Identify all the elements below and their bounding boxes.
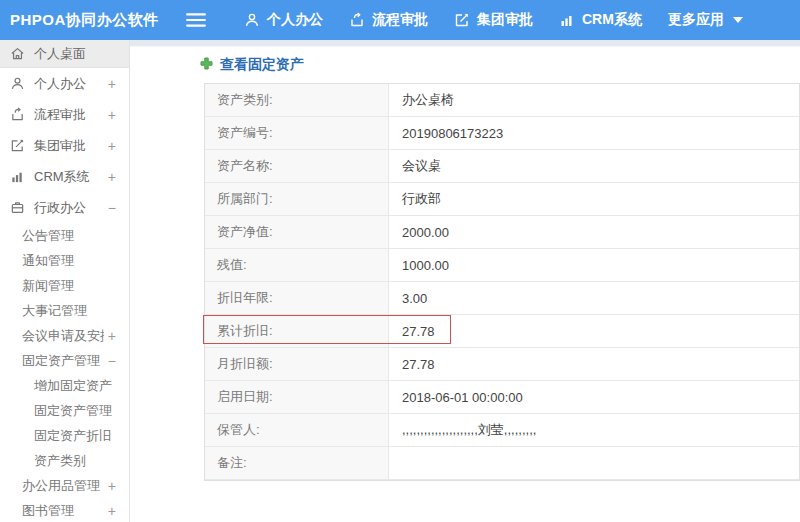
expand-toggle: + bbox=[108, 478, 116, 494]
page-title-row: 查看固定资产 bbox=[200, 55, 800, 75]
person-icon bbox=[10, 76, 25, 91]
nav-personal-office[interactable]: 个人办公 bbox=[244, 11, 323, 29]
field-value: 2000.00 bbox=[389, 216, 799, 248]
asset-code-row: 资产编号: 20190806173223 bbox=[205, 117, 799, 150]
nav-crm-system[interactable]: CRM系统 bbox=[559, 11, 642, 29]
sidebar-item-announcement-mgmt[interactable]: 公告管理 bbox=[0, 223, 129, 248]
field-label: 启用日期: bbox=[205, 381, 389, 413]
sidebar-item-asset-category[interactable]: 资产类别 bbox=[0, 448, 129, 473]
field-label: 资产净值: bbox=[205, 216, 389, 248]
collapse-toggle: − bbox=[108, 200, 116, 216]
page-title: 查看固定资产 bbox=[220, 56, 304, 74]
sidebar-item-office-supplies-mgmt[interactable]: 办公用品管理 + bbox=[0, 473, 129, 498]
main-content: 查看固定资产 资产类别: 办公桌椅 资产编号: 20190806173223 资… bbox=[130, 40, 800, 522]
sidebar-item-fixed-asset-mgmt-group[interactable]: 固定资产管理 − bbox=[0, 348, 129, 373]
green-plus-icon bbox=[200, 56, 213, 74]
sidebar-item-book-mgmt[interactable]: 图书管理 + bbox=[0, 498, 129, 522]
department-row: 所属部门: 行政部 bbox=[205, 183, 799, 216]
top-header: PHPOA协同办公软件 个人办公 流程审批 集团审批 CRM系统 bbox=[0, 0, 800, 40]
briefcase-icon bbox=[10, 200, 25, 215]
sidebar-item-personal-desktop[interactable]: 个人桌面 bbox=[0, 40, 129, 68]
workflow-icon bbox=[349, 12, 365, 28]
sidebar-item-notice-mgmt[interactable]: 通知管理 bbox=[0, 248, 129, 273]
field-label: 残值: bbox=[205, 249, 389, 281]
sidebar-item-workflow-approval[interactable]: 流程审批 + bbox=[0, 99, 129, 130]
sidebar-item-add-fixed-asset[interactable]: 增加固定资产 bbox=[0, 373, 129, 398]
sidebar-item-fixed-asset-mgmt[interactable]: 固定资产管理 bbox=[0, 398, 129, 423]
field-value: 3.00 bbox=[389, 282, 799, 314]
field-value: 1000.00 bbox=[389, 249, 799, 281]
sidebar-item-group-approval[interactable]: 集团审批 + bbox=[0, 130, 129, 161]
field-value: 办公桌椅 bbox=[389, 84, 799, 116]
accumulated-depreciation-row: 累计折旧: 27.78 bbox=[205, 315, 799, 348]
nav-more-apps[interactable]: 更多应用 bbox=[668, 11, 743, 29]
residual-value-row: 残值: 1000.00 bbox=[205, 249, 799, 282]
field-label: 累计折旧: bbox=[205, 315, 389, 347]
remark-row: 备注: bbox=[205, 447, 799, 480]
field-label: 折旧年限: bbox=[205, 282, 389, 314]
app-logo: PHPOA协同办公软件 bbox=[0, 11, 178, 30]
bar-chart-icon bbox=[559, 12, 575, 28]
chevron-down-icon bbox=[733, 17, 743, 23]
expand-toggle: + bbox=[108, 328, 116, 344]
workflow-icon bbox=[10, 107, 25, 122]
nav-group-approval[interactable]: 集团审批 bbox=[454, 11, 533, 29]
asset-category-row: 资产类别: 办公桌椅 bbox=[205, 84, 799, 117]
expand-toggle: + bbox=[108, 503, 116, 519]
person-icon bbox=[244, 12, 260, 28]
asset-name-row: 资产名称: 会议桌 bbox=[205, 150, 799, 183]
field-value: 会议桌 bbox=[389, 150, 799, 182]
sidebar: 个人桌面 个人办公 + 流程审批 + 集团审批 + CRM系统 + 行政办公 − bbox=[0, 40, 130, 522]
field-value bbox=[389, 447, 799, 479]
field-label: 保管人: bbox=[205, 414, 389, 446]
custodian-row: 保管人: ,,,,,,,,,,,,,,,,,,,,,刘莹,,,,,,,,, bbox=[205, 414, 799, 447]
sidebar-item-news-mgmt[interactable]: 新闻管理 bbox=[0, 273, 129, 298]
content-top-strip bbox=[130, 40, 800, 47]
edit-icon bbox=[10, 138, 25, 153]
nav-workflow-approval[interactable]: 流程审批 bbox=[349, 11, 428, 29]
field-value: 行政部 bbox=[389, 183, 799, 215]
hamburger-menu-icon[interactable] bbox=[186, 12, 206, 28]
field-value: 27.78 bbox=[389, 315, 799, 347]
expand-toggle: + bbox=[108, 169, 116, 185]
expand-toggle: + bbox=[108, 138, 116, 154]
field-value: 20190806173223 bbox=[389, 117, 799, 149]
field-value: 27.78 bbox=[389, 348, 799, 380]
edit-icon bbox=[454, 12, 470, 28]
expand-toggle: + bbox=[108, 107, 116, 123]
bar-chart-icon bbox=[10, 169, 25, 184]
field-label: 所属部门: bbox=[205, 183, 389, 215]
field-label: 备注: bbox=[205, 447, 389, 479]
sidebar-item-events-mgmt[interactable]: 大事记管理 bbox=[0, 298, 129, 323]
field-label: 资产类别: bbox=[205, 84, 389, 116]
field-label: 资产名称: bbox=[205, 150, 389, 182]
field-label: 月折旧额: bbox=[205, 348, 389, 380]
home-icon bbox=[10, 46, 25, 61]
field-label: 资产编号: bbox=[205, 117, 389, 149]
field-value: ,,,,,,,,,,,,,,,,,,,,,刘莹,,,,,,,,, bbox=[389, 414, 799, 446]
sidebar-item-crm-system[interactable]: CRM系统 + bbox=[0, 161, 129, 192]
top-nav: 个人办公 流程审批 集团审批 CRM系统 更多应用 bbox=[244, 11, 769, 29]
monthly-depreciation-row: 月折旧额: 27.78 bbox=[205, 348, 799, 381]
collapse-toggle: − bbox=[108, 353, 116, 369]
depreciation-years-row: 折旧年限: 3.00 bbox=[205, 282, 799, 315]
sidebar-item-personal-office[interactable]: 个人办公 + bbox=[0, 68, 129, 99]
asset-detail-table: 资产类别: 办公桌椅 资产编号: 20190806173223 资产名称: 会议… bbox=[204, 83, 800, 481]
start-date-row: 启用日期: 2018-06-01 00:00:00 bbox=[205, 381, 799, 414]
net-value-row: 资产净值: 2000.00 bbox=[205, 216, 799, 249]
expand-toggle: + bbox=[108, 76, 116, 92]
sidebar-item-meeting-request[interactable]: 会议申请及安排 + bbox=[0, 323, 129, 348]
field-value: 2018-06-01 00:00:00 bbox=[389, 381, 799, 413]
sidebar-item-fixed-asset-depreciation[interactable]: 固定资产折旧 bbox=[0, 423, 129, 448]
sidebar-item-administrative-office[interactable]: 行政办公 − bbox=[0, 192, 129, 223]
